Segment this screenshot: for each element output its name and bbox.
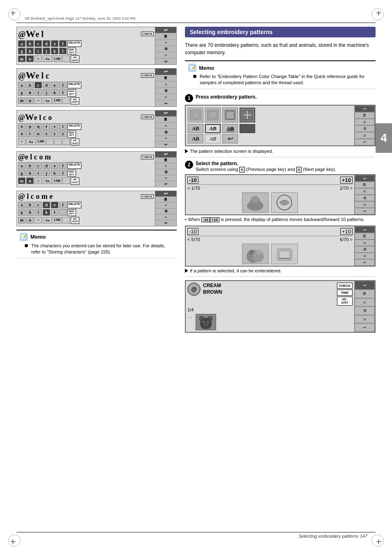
- minus10-btn[interactable]: -10: [201, 217, 210, 222]
- adjust-button-3[interactable]: AD-JUST: [71, 138, 79, 145]
- pattern-ab-lower[interactable]: AB: [188, 134, 203, 143]
- key-x-3[interactable]: x: [43, 131, 50, 137]
- key-d-5[interactable]: d: [43, 202, 50, 208]
- key-e-2[interactable]: e: [51, 82, 58, 88]
- btn-icon2-5[interactable]: ⚙: [155, 209, 176, 214]
- key-aa-1[interactable]: Aa: [43, 55, 52, 62]
- adjust-button-2[interactable]: AD-JUST: [71, 97, 79, 104]
- nav-img-1b[interactable]: [271, 192, 298, 213]
- key-g-5[interactable]: g: [18, 209, 25, 216]
- key-a-2[interactable]: a: [18, 82, 25, 88]
- time-button-info[interactable]: TIME: [337, 290, 353, 296]
- key-u-3[interactable]: u: [18, 131, 25, 137]
- key-w-3[interactable]: w: [35, 131, 42, 137]
- key-f-1[interactable]: f: [59, 40, 67, 47]
- key-h-4[interactable]: h: [26, 170, 34, 176]
- nav-minus10-2[interactable]: -10: [187, 228, 198, 235]
- key-m-5[interactable]: m: [18, 217, 25, 223]
- pattern-return[interactable]: ↩: [222, 134, 238, 143]
- plus10-btn[interactable]: +10: [210, 217, 219, 222]
- pattern-ab-shadow[interactable]: AB: [222, 124, 238, 133]
- pattern-icon-2[interactable]: [205, 108, 221, 122]
- key-j-4[interactable]: j: [43, 170, 50, 176]
- adjust-button-5[interactable]: AD-JUST: [71, 217, 79, 224]
- nav-img-2b[interactable]: [271, 244, 298, 264]
- key-gt-3[interactable]: >: [18, 138, 25, 145]
- pattern-ab-plain[interactable]: AB: [188, 124, 203, 133]
- key-h-1[interactable]: h: [26, 48, 34, 54]
- btn-icon3-3[interactable]: ↩: [155, 142, 176, 147]
- key-j-2[interactable]: j: [43, 89, 50, 96]
- info-btn-back[interactable]: ↩: [355, 281, 375, 290]
- key-lms-2[interactable]: LMS: [53, 97, 62, 104]
- key-k-4[interactable]: k: [51, 170, 58, 176]
- btn-back-3[interactable]: ↩: [155, 111, 176, 117]
- nav1-btn-gear[interactable]: ⚙: [355, 195, 375, 201]
- key-lms-5[interactable]: LMS: [53, 217, 62, 223]
- nav2-btn-left[interactable]: <: [355, 240, 375, 246]
- key-d-4[interactable]: d: [43, 162, 50, 169]
- key-s-3[interactable]: s: [51, 123, 58, 130]
- adjust-button-1[interactable]: AD-JUST: [71, 55, 79, 62]
- density-button-3[interactable]: DEN-SITY: [67, 131, 76, 138]
- key-lms-4[interactable]: LMS: [53, 177, 62, 184]
- pattern-icon-selected[interactable]: [240, 108, 255, 122]
- key-gt-1[interactable]: >: [35, 55, 42, 62]
- key-z-3[interactable]: z: [59, 131, 67, 137]
- btn-back-4[interactable]: ↩: [155, 152, 176, 157]
- density-button-4[interactable]: DEN-SITY: [67, 170, 76, 177]
- key-c-2[interactable]: c: [35, 82, 42, 88]
- key-b-2[interactable]: b: [26, 82, 34, 88]
- btn-back-5[interactable]: ↩: [155, 191, 176, 197]
- key-l-4[interactable]: l: [59, 170, 67, 176]
- btn-back-1[interactable]: ↩: [155, 27, 176, 33]
- info-btn-doc[interactable]: 🖹: [355, 290, 375, 298]
- key-e-4[interactable]: e: [51, 162, 58, 169]
- key-i-5[interactable]: i: [35, 209, 42, 216]
- check-button-3[interactable]: CHECK: [141, 115, 154, 119]
- btn-left-4[interactable]: <: [155, 164, 176, 169]
- key-d-2[interactable]: d: [43, 82, 50, 88]
- key-k-1[interactable]: k: [51, 48, 58, 54]
- nav-plus10-2[interactable]: +10: [340, 228, 353, 235]
- check-button-2[interactable]: CHECK: [141, 73, 154, 78]
- btn-left-5[interactable]: <: [155, 203, 176, 208]
- btn-icon3-5[interactable]: ↩: [155, 220, 176, 226]
- btn-icon2-2[interactable]: ⚙: [155, 88, 176, 94]
- density-button-1[interactable]: DEN-SITY: [67, 48, 76, 55]
- key-f-5[interactable]: f: [59, 202, 67, 208]
- key-i-2[interactable]: i: [35, 89, 42, 96]
- btn-icon3-2[interactable]: ↩: [155, 100, 176, 106]
- key-c-5[interactable]: c: [35, 202, 42, 208]
- psbtn-right[interactable]: >: [355, 132, 375, 138]
- density-button-2[interactable]: DEN-SITY: [67, 89, 76, 96]
- btn-right-1[interactable]: >: [155, 53, 176, 59]
- key-b-4[interactable]: b: [26, 162, 34, 169]
- key-l-5[interactable]: [59, 209, 67, 216]
- info-btn-right[interactable]: >: [355, 315, 375, 324]
- pattern-ab-dark[interactable]: [240, 124, 255, 133]
- nav-img-1a[interactable]: [242, 192, 269, 213]
- key-q-3[interactable]: q: [35, 123, 42, 130]
- check-button-4[interactable]: CHECK: [141, 155, 154, 159]
- key-v-3[interactable]: v: [26, 131, 34, 137]
- check-button-5[interactable]: CHECK: [141, 194, 154, 199]
- btn-left-3[interactable]: <: [155, 123, 176, 129]
- btn-left-1[interactable]: <: [155, 40, 176, 46]
- nav1-btn-num[interactable]: ↩: [355, 208, 375, 214]
- density-button-5[interactable]: DEN-SITY: [67, 209, 76, 216]
- key-k-5[interactable]: l: [51, 209, 58, 216]
- key-f-2[interactable]: f: [59, 82, 67, 88]
- adjust-button-info[interactable]: AD-JUST: [337, 297, 353, 305]
- btn-right-4[interactable]: >: [155, 175, 176, 181]
- key-gt-5[interactable]: >: [35, 217, 42, 223]
- key-o-3[interactable]: o: [18, 123, 25, 130]
- info-btn-num[interactable]: ↩: [355, 323, 375, 332]
- key-n-4[interactable]: n: [26, 177, 34, 184]
- key-a-5[interactable]: a: [18, 202, 25, 208]
- btn-left-2[interactable]: <: [155, 81, 176, 88]
- psbtn-gear[interactable]: ⚙: [355, 125, 375, 132]
- key-n-2[interactable]: n: [26, 97, 34, 104]
- key-h-2[interactable]: h: [26, 89, 34, 96]
- psbtn-doc[interactable]: 🖹: [355, 112, 375, 119]
